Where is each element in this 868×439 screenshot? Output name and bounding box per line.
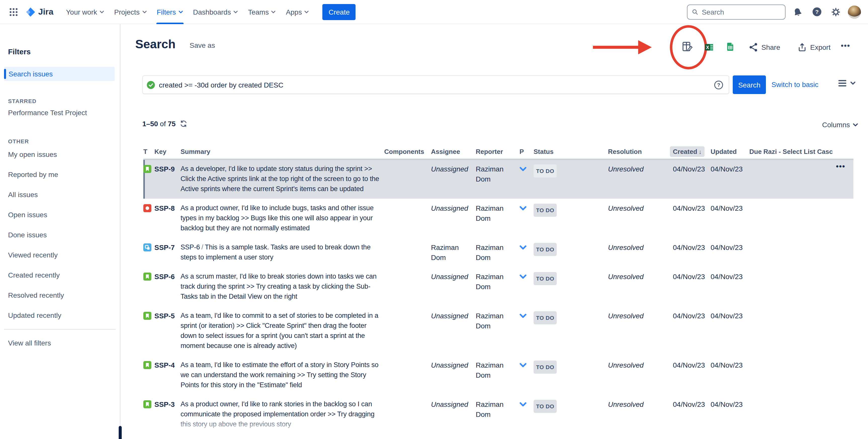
- issue-key-link[interactable]: SSP-8: [154, 203, 181, 213]
- reporter-cell: Raziman Dom: [476, 242, 520, 262]
- app-switcher-button[interactable]: [7, 5, 20, 18]
- sidebar-item-created-recently[interactable]: Created recently: [0, 265, 120, 285]
- column-header-key[interactable]: Key: [154, 148, 181, 155]
- issue-key-link[interactable]: SSP-3: [154, 399, 181, 409]
- column-header-razi-select-list-casc[interactable]: Razi - Select List Casc: [764, 148, 854, 155]
- sidebar-item-search-issues[interactable]: Search issues: [4, 67, 115, 81]
- sidebar-item-performance-test-project[interactable]: Performance Test Project: [0, 104, 120, 121]
- column-header-reporter[interactable]: Reporter: [476, 148, 520, 155]
- sidebar-scrollbar-thumb[interactable]: [119, 426, 122, 439]
- issue-row-ssp-3[interactable]: SSP-3As a product owner, I'd like to ran…: [143, 395, 854, 434]
- issue-summary-link[interactable]: As a product owner, I'd like to include …: [181, 204, 374, 232]
- sidebar-section-starred: STARREDPerformance Test Project: [0, 98, 120, 121]
- priority-lowest-icon: [520, 275, 527, 279]
- issue-summary-link[interactable]: As a scrum master, I'd like to break sto…: [181, 273, 377, 300]
- assignee-cell: Unassigned: [431, 311, 476, 321]
- issue-summary-link[interactable]: As a team, I'd like to estimate the effo…: [181, 361, 378, 389]
- jql-input[interactable]: created >= -30d order by created DESC ?: [142, 75, 729, 94]
- story-icon: [143, 165, 151, 173]
- create-button[interactable]: Create: [322, 4, 356, 20]
- sidebar-item-done-issues[interactable]: Done issues: [0, 225, 120, 245]
- issue-summary-link[interactable]: As a team, I'd like to commit to a set o…: [181, 312, 378, 349]
- sidebar-item-reported-by-me[interactable]: Reported by me: [0, 164, 120, 185]
- row-actions-button[interactable]: •••: [836, 162, 845, 170]
- search-icon: [692, 8, 698, 15]
- jql-query-text: created >= -30d order by created DESC: [159, 81, 714, 89]
- issue-summary-link[interactable]: This is a sample task. Tasks are used to…: [181, 243, 371, 261]
- jql-help-icon[interactable]: ?: [714, 80, 724, 90]
- updated-cell: 04/Nov/23: [711, 311, 749, 321]
- created-cell: 04/Nov/23: [673, 242, 711, 252]
- jql-search-button[interactable]: Search: [733, 75, 766, 94]
- results-total: 75: [168, 120, 176, 128]
- issue-summary-link[interactable]: As a developer, I'd like to update story…: [181, 165, 379, 193]
- issue-row-ssp-8[interactable]: SSP-8As a product owner, I'd like to inc…: [143, 199, 854, 238]
- share-button[interactable]: Share: [748, 42, 780, 52]
- global-search-box[interactable]: [687, 4, 785, 19]
- notifications-button[interactable]: [790, 5, 805, 19]
- save-as-button[interactable]: Save as: [190, 41, 215, 49]
- issue-row-ssp-4[interactable]: SSP-4As a team, I'd like to estimate the…: [143, 355, 854, 395]
- resolution-cell: Unresolved: [608, 360, 673, 370]
- column-header-assignee[interactable]: Assignee: [431, 148, 476, 155]
- columns-button[interactable]: Columns: [822, 121, 858, 129]
- updated-cell: 04/Nov/23: [711, 164, 749, 174]
- column-header-p[interactable]: P: [520, 148, 534, 155]
- updated-cell: 04/Nov/23: [711, 203, 749, 213]
- column-header-status[interactable]: Status: [534, 148, 608, 155]
- nav-item-your-work[interactable]: Your work: [62, 0, 109, 24]
- export-button[interactable]: Export: [797, 42, 831, 52]
- nav-item-dashboards[interactable]: Dashboards: [188, 0, 242, 24]
- column-header-due[interactable]: Due: [749, 148, 764, 155]
- issue-row-ssp-9[interactable]: SSP-9As a developer, I'd like to update …: [143, 159, 854, 199]
- issue-row-ssp-7[interactable]: SSP-7SSP-6/This is a sample task. Tasks …: [143, 238, 854, 267]
- global-search-input[interactable]: [702, 8, 780, 16]
- nav-item-projects[interactable]: Projects: [110, 0, 151, 24]
- column-header-summary[interactable]: Summary: [181, 148, 384, 155]
- detail-view-toggle-button[interactable]: [681, 41, 693, 52]
- issue-row-ssp-5[interactable]: SSP-5As a team, I'd like to commit to a …: [143, 306, 854, 355]
- nav-item-teams[interactable]: Teams: [243, 0, 280, 24]
- jira-logo[interactable]: Jira: [25, 6, 54, 17]
- column-header-updated[interactable]: Updated: [711, 148, 749, 155]
- sidebar-item-my-open-issues[interactable]: My open issues: [0, 144, 120, 164]
- issue-key-link[interactable]: SSP-4: [154, 360, 181, 370]
- sidebar-item-open-issues[interactable]: Open issues: [0, 205, 120, 225]
- settings-button[interactable]: [829, 5, 843, 19]
- sidebar-item-resolved-recently[interactable]: Resolved recently: [0, 285, 120, 305]
- updated-cell: 04/Nov/23: [711, 272, 749, 282]
- issue-summary-link[interactable]: As a product owner, I'd like to rank sto…: [181, 400, 374, 428]
- excel-icon: X: [705, 43, 713, 51]
- meatball-menu-icon: •••: [841, 41, 850, 50]
- column-header-resolution[interactable]: Resolution: [608, 148, 673, 155]
- issue-row-ssp-6[interactable]: SSP-6As a scrum master, I'd like to brea…: [143, 267, 854, 306]
- assignee-cell: Unassigned: [431, 203, 476, 213]
- user-avatar[interactable]: [848, 5, 861, 18]
- nav-item-apps[interactable]: Apps: [281, 0, 314, 24]
- column-header-created[interactable]: Created↓: [673, 148, 711, 155]
- google-sheets-icon: [726, 43, 734, 51]
- export-excel-button[interactable]: X: [705, 43, 713, 51]
- issue-key-link[interactable]: SSP-9: [154, 164, 181, 174]
- nav-item-filters[interactable]: Filters: [152, 0, 187, 24]
- export-google-sheets-button[interactable]: [726, 43, 734, 51]
- switch-to-basic-link[interactable]: Switch to basic: [771, 81, 818, 89]
- column-header-components[interactable]: Components: [384, 148, 431, 155]
- issue-key-link[interactable]: SSP-5: [154, 311, 181, 321]
- view-options-button[interactable]: [838, 80, 856, 87]
- sidebar-item-viewed-recently[interactable]: Viewed recently: [0, 245, 120, 265]
- column-header-t[interactable]: T: [143, 148, 154, 155]
- issue-key-link[interactable]: SSP-7: [154, 242, 181, 252]
- sidebar-item-view-all-filters[interactable]: View all filters: [0, 333, 120, 353]
- sidebar-item-updated-recently[interactable]: Updated recently: [0, 305, 120, 325]
- refresh-button[interactable]: [180, 120, 188, 128]
- created-cell: 04/Nov/23: [673, 311, 711, 321]
- updated-cell: 04/Nov/23: [711, 360, 749, 370]
- issue-key-link[interactable]: SSP-6: [154, 272, 181, 282]
- parent-separator: /: [200, 243, 205, 251]
- screenshot-root: Jira Your workProjectsFiltersDashboardsT…: [0, 0, 868, 439]
- more-actions-button[interactable]: •••: [841, 41, 850, 50]
- help-button[interactable]: ?: [810, 5, 824, 19]
- sidebar-item-all-issues[interactable]: All issues: [0, 185, 120, 205]
- parent-issue-link[interactable]: SSP-6: [181, 243, 200, 251]
